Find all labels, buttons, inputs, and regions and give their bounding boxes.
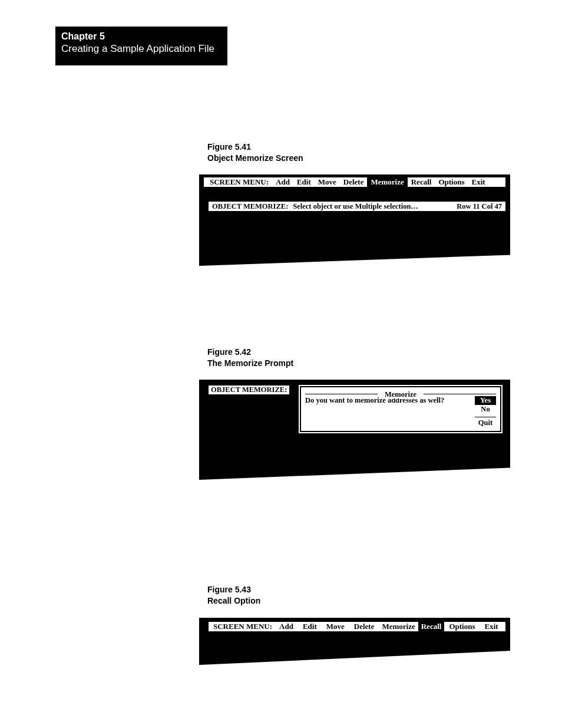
- menu-item-options[interactable]: Options: [444, 622, 480, 631]
- menu-item-add[interactable]: Add: [275, 622, 298, 631]
- menu-item-memorize[interactable]: Memorize: [379, 622, 418, 631]
- status-label: OBJECT MEMORIZE:: [212, 202, 288, 211]
- menu-item-delete[interactable]: Delete: [340, 177, 368, 187]
- option-no[interactable]: No: [475, 405, 496, 414]
- dialog-options: Yes No Quit: [475, 396, 496, 427]
- figure-43-screen: SCREEN MENU: Add Edit Move Delete Memori…: [199, 618, 510, 665]
- figure-41-screen: SCREEN MENU: Add Edit Move Delete Memori…: [199, 174, 510, 266]
- menu-item-edit[interactable]: Edit: [293, 177, 315, 187]
- chapter-header: Chapter 5 Creating a Sample Application …: [55, 27, 227, 65]
- menu-item-add[interactable]: Add: [272, 177, 293, 187]
- menu-item-delete[interactable]: Delete: [349, 622, 379, 631]
- screen-menu-bar: SCREEN MENU: Add Edit Move Delete Memori…: [204, 177, 505, 187]
- option-yes[interactable]: Yes: [475, 396, 496, 405]
- dialog-title-row: Memorize: [305, 390, 496, 394]
- object-memorize-status-bar: OBJECT MEMORIZE: Select object or use Mu…: [209, 202, 505, 211]
- figure-title: The Memorize Prompt: [207, 358, 293, 369]
- screen-menu-bar: SCREEN MENU: Add Edit Move Delete Memori…: [209, 622, 505, 631]
- menu-item-move[interactable]: Move: [322, 622, 349, 631]
- figure-number: Figure 5.42: [207, 347, 293, 358]
- figure-caption-41: Figure 5.41 Object Memorize Screen: [207, 141, 303, 164]
- dialog-prompt: Do you want to memorize addresses as wel…: [305, 396, 444, 405]
- chapter-number: Chapter 5: [61, 31, 222, 42]
- menu-item-options[interactable]: Options: [435, 177, 468, 187]
- menu-item-recall[interactable]: Recall: [418, 622, 445, 631]
- menu-item-exit[interactable]: Exit: [468, 177, 488, 187]
- menu-item-exit[interactable]: Exit: [480, 622, 503, 631]
- menu-item-move[interactable]: Move: [315, 177, 340, 187]
- figure-caption-43: Figure 5.43 Recall Option: [207, 584, 260, 607]
- object-memorize-label: OBJECT MEMORIZE:: [209, 386, 289, 394]
- menu-item-memorize[interactable]: Memorize: [367, 177, 407, 187]
- screen-menu-label: SCREEN MENU:: [211, 622, 275, 631]
- status-message: Select object or use Multiple selection…: [293, 202, 418, 211]
- chapter-title: Creating a Sample Application File: [61, 43, 222, 55]
- option-separator: [475, 417, 496, 417]
- cursor-position: Row 11 Col 47: [457, 202, 502, 211]
- figure-number: Figure 5.43: [207, 584, 260, 595]
- figure-title: Recall Option: [207, 595, 260, 607]
- figure-title: Object Memorize Screen: [207, 153, 303, 164]
- figure-number: Figure 5.41: [207, 141, 303, 153]
- memorize-dialog: Memorize Do you want to memorize address…: [298, 384, 503, 434]
- menu-item-edit[interactable]: Edit: [298, 622, 322, 631]
- screen-menu-label: SCREEN MENU:: [206, 177, 272, 187]
- figure-caption-42: Figure 5.42 The Memorize Prompt: [207, 347, 293, 369]
- menu-item-recall[interactable]: Recall: [408, 177, 435, 187]
- option-quit[interactable]: Quit: [475, 419, 496, 427]
- dialog-title: Memorize: [382, 390, 419, 398]
- figure-42-screen: OBJECT MEMORIZE: Memorize Do you want to…: [199, 380, 510, 480]
